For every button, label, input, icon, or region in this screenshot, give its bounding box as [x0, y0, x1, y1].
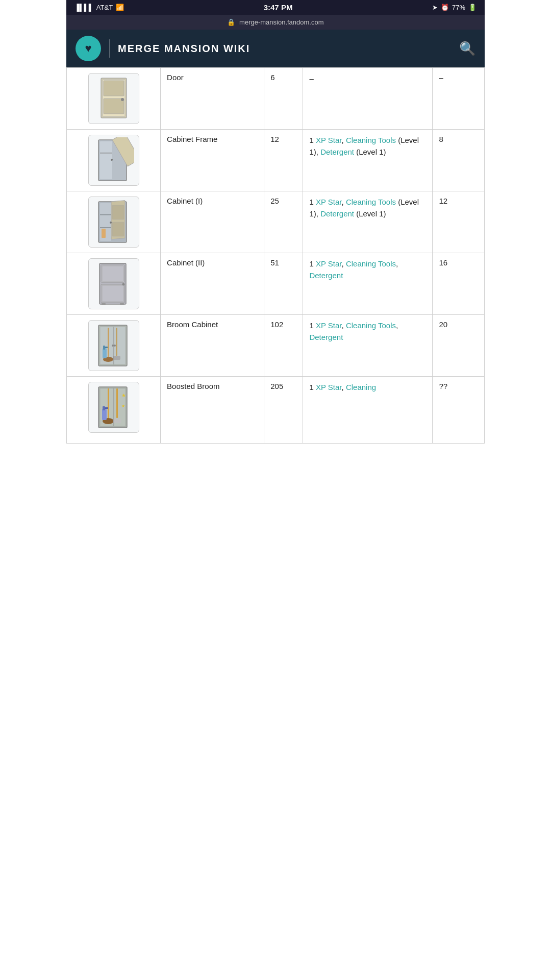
xp-star-link[interactable]: XP Star — [316, 136, 342, 144]
svg-rect-47 — [105, 407, 108, 409]
detergent-link[interactable]: Detergent — [320, 209, 354, 218]
item-image-cell — [67, 315, 161, 377]
svg-rect-45 — [102, 409, 107, 420]
status-left: ▐▌▌▌ AT&T 📶 — [74, 4, 124, 11]
detergent-link[interactable]: Detergent — [309, 271, 343, 280]
svg-point-38 — [114, 345, 116, 347]
svg-text:★: ★ — [121, 404, 125, 408]
lock-icon: 🔒 — [227, 18, 235, 26]
table-row: ★ ★ Boosted Broom 205 1 XP Star, Cleanin… — [67, 377, 485, 444]
item-name-boosted-broom: Boosted Broom — [161, 377, 264, 444]
signal-icon: ▐▌▌▌ — [74, 4, 93, 11]
item-image-cell — [67, 130, 161, 191]
cleaning-tools-link[interactable]: Cleaning Tools — [346, 198, 396, 206]
svg-rect-8 — [100, 153, 112, 154]
time-display: 3:47 PM — [264, 3, 293, 12]
item-name-cabinet-frame: Cabinet Frame — [161, 130, 264, 191]
item-image-cabinet-frame — [88, 135, 139, 186]
item-image-cell — [67, 191, 161, 253]
alarm-icon: ⏰ — [441, 4, 449, 11]
item-coins-cabinet-i: 12 — [433, 191, 485, 253]
item-image-door — [88, 73, 139, 124]
battery-label: 77% — [452, 4, 465, 11]
svg-rect-3 — [104, 99, 124, 114]
header-divider — [109, 39, 110, 58]
item-name-cabinet-i: Cabinet (I) — [161, 191, 264, 253]
item-coins-cabinet-frame: 8 — [433, 130, 485, 191]
svg-rect-16 — [112, 222, 124, 236]
detergent-link[interactable]: Detergent — [320, 148, 354, 156]
svg-text:★: ★ — [121, 393, 126, 398]
item-image-boosted-broom: ★ ★ — [88, 382, 139, 433]
status-right: ➤ ⏰ 77% 🔋 — [432, 4, 477, 11]
xp-star-link[interactable]: XP Star — [316, 383, 342, 391]
carrier-label: AT&T — [96, 4, 113, 11]
svg-point-9 — [111, 159, 113, 161]
item-image-broom-cabinet — [88, 320, 139, 371]
item-drops-boosted-broom: 1 XP Star, Cleaning — [303, 377, 433, 444]
item-image-cell — [67, 68, 161, 130]
item-drops-broom-cabinet: 1 XP Star, Cleaning Tools, Detergent — [303, 315, 433, 377]
cleaning-tools-link[interactable]: Cleaning Tools — [346, 321, 396, 330]
item-image-cabinet-i — [88, 197, 139, 248]
svg-rect-35 — [105, 347, 108, 348]
item-coins-boosted-broom: ?? — [433, 377, 485, 444]
item-level-cabinet-ii: 51 — [264, 253, 303, 315]
item-name-cabinet-ii: Cabinet (II) — [161, 253, 264, 315]
svg-rect-20 — [101, 265, 124, 282]
table-row: Cabinet Frame 12 1 XP Star, Cleaning Too… — [67, 130, 485, 191]
wiki-table: Door 6 – – Cabi — [66, 67, 485, 444]
url-bar[interactable]: 🔒 merge-mansion.fandom.com — [66, 15, 485, 30]
item-drops-cabinet-i: 1 XP Star, Cleaning Tools (Level 1), Det… — [303, 191, 433, 253]
location-icon: ➤ — [432, 4, 438, 11]
table-row: Door 6 – – — [67, 68, 485, 130]
table-row: Cabinet (II) 51 1 XP Star, Cleaning Tool… — [67, 253, 485, 315]
svg-rect-13 — [100, 227, 111, 228]
item-level-cabinet-i: 25 — [264, 191, 303, 253]
cleaning-tools-link[interactable]: Cleaning — [346, 383, 376, 391]
item-level-broom-cabinet: 102 — [264, 315, 303, 377]
detergent-link[interactable]: Detergent — [309, 333, 343, 341]
svg-rect-21 — [101, 284, 124, 303]
svg-rect-25 — [102, 303, 106, 305]
app-header: ♥ MERGE MANSION WIKI 🔍 — [66, 30, 485, 67]
svg-point-24 — [122, 283, 124, 286]
svg-point-17 — [110, 222, 112, 224]
item-coins-broom-cabinet: 20 — [433, 315, 485, 377]
svg-point-37 — [112, 345, 114, 347]
cleaning-tools-link[interactable]: Cleaning Tools — [346, 259, 396, 268]
svg-rect-12 — [100, 214, 111, 215]
xp-star-link[interactable]: XP Star — [316, 259, 342, 268]
url-text: merge-mansion.fandom.com — [239, 18, 323, 26]
item-coins-door: – — [433, 68, 485, 130]
item-level-door: 6 — [264, 68, 303, 130]
svg-rect-29 — [108, 328, 109, 358]
battery-icon: 🔋 — [468, 4, 477, 11]
item-level-boosted-broom: 205 — [264, 377, 303, 444]
svg-rect-43 — [116, 388, 118, 418]
status-bar: ▐▌▌▌ AT&T 📶 3:47 PM ➤ ⏰ 77% 🔋 — [66, 0, 485, 15]
logo-icon: ♥ — [76, 36, 101, 61]
svg-rect-6 — [100, 141, 112, 179]
logo-heart: ♥ — [85, 42, 91, 55]
svg-rect-15 — [112, 205, 124, 219]
svg-rect-31 — [116, 328, 117, 356]
cleaning-tools-link[interactable]: Cleaning Tools — [346, 136, 396, 144]
item-drops-cabinet-frame: 1 XP Star, Cleaning Tools (Level 1), Det… — [303, 130, 433, 191]
item-image-cell — [67, 253, 161, 315]
search-icon[interactable]: 🔍 — [459, 41, 475, 57]
xp-star-link[interactable]: XP Star — [316, 321, 342, 330]
svg-rect-2 — [104, 81, 124, 96]
svg-point-4 — [121, 98, 124, 101]
item-drops-cabinet-ii: 1 XP Star, Cleaning Tools, Detergent — [303, 253, 433, 315]
item-image-cell: ★ ★ — [67, 377, 161, 444]
svg-rect-41 — [108, 388, 109, 420]
item-drops-door: – — [303, 68, 433, 130]
table-row: Broom Cabinet 102 1 XP Star, Cleaning To… — [67, 315, 485, 377]
table-row: Cabinet (I) 25 1 XP Star, Cleaning Tools… — [67, 191, 485, 253]
svg-rect-26 — [120, 303, 124, 305]
item-coins-cabinet-ii: 16 — [433, 253, 485, 315]
item-level-cabinet-frame: 12 — [264, 130, 303, 191]
xp-star-link[interactable]: XP Star — [316, 198, 342, 206]
item-name-door: Door — [161, 68, 264, 130]
